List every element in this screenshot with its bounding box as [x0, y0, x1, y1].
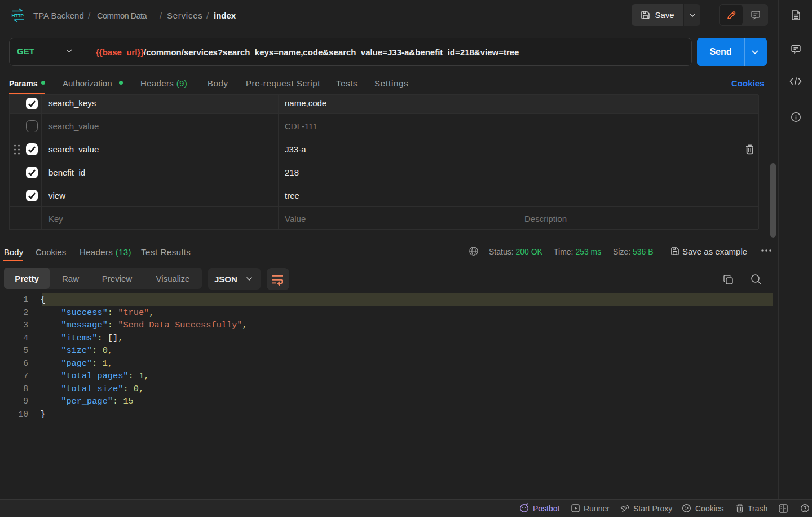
svg-text:HTTP: HTTP — [12, 12, 24, 19]
